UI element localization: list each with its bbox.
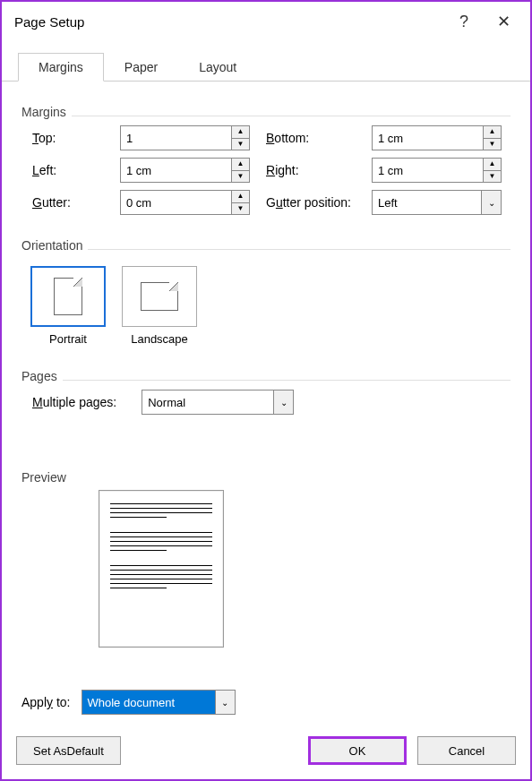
- chevron-down-icon[interactable]: ⌄: [273, 390, 293, 414]
- tab-layout[interactable]: Layout: [178, 53, 257, 82]
- landscape-label: Landscape: [122, 332, 197, 346]
- dialog-footer: Set As Default OK Cancel: [2, 727, 530, 779]
- gutter-spinner[interactable]: ▲ ▼: [120, 190, 250, 215]
- cancel-button[interactable]: Cancel: [417, 736, 516, 765]
- multiple-pages-dropdown[interactable]: Normal ⌄: [142, 390, 294, 415]
- gutter-position-dropdown[interactable]: Left ⌄: [372, 190, 502, 215]
- tabstrip: Margins Paper Layout: [2, 41, 530, 82]
- right-spin-up[interactable]: ▲: [484, 159, 501, 171]
- preview-section: Preview: [21, 459, 511, 660]
- orientation-landscape[interactable]: Landscape: [122, 266, 197, 346]
- orientation-section: Orientation Portrait Landscape: [21, 227, 511, 358]
- page-landscape-icon: [141, 282, 178, 311]
- top-spin-down[interactable]: ▼: [232, 139, 249, 150]
- gutter-input[interactable]: [121, 191, 231, 214]
- gutter-label: Gutter:: [32, 195, 104, 210]
- gutter-position-value: Left: [373, 191, 481, 214]
- right-label: Right:: [266, 163, 356, 177]
- gutter-spin-down[interactable]: ▼: [232, 203, 249, 215]
- top-label: Top:: [32, 131, 104, 145]
- window-title: Page Setup: [14, 14, 444, 30]
- right-spinner[interactable]: ▲ ▼: [372, 158, 502, 183]
- tab-content: Margins Top: ▲ ▼ Bottom: ▲ ▼: [2, 82, 530, 727]
- preview-page-icon: [99, 490, 224, 648]
- chevron-down-icon[interactable]: ⌄: [215, 691, 235, 714]
- portrait-label: Portrait: [30, 332, 106, 346]
- apply-to-label: Apply to:: [21, 695, 71, 709]
- apply-to-value: Whole document: [82, 691, 215, 714]
- portrait-icon-box: [30, 266, 106, 327]
- bottom-spin-down[interactable]: ▼: [484, 139, 501, 150]
- close-button[interactable]: ✕: [484, 4, 523, 39]
- gutter-spin-up[interactable]: ▲: [232, 191, 249, 203]
- top-spinner[interactable]: ▲ ▼: [120, 125, 250, 150]
- tab-margins[interactable]: Margins: [18, 53, 104, 82]
- pages-heading: Pages: [21, 369, 63, 383]
- left-input[interactable]: [121, 159, 231, 182]
- margins-heading: Margins: [21, 105, 72, 119]
- landscape-icon-box: [122, 266, 197, 327]
- right-input[interactable]: [373, 159, 483, 182]
- tab-paper[interactable]: Paper: [104, 53, 178, 82]
- bottom-label: Bottom:: [266, 131, 356, 145]
- multiple-pages-label: Multiple pages:: [32, 395, 116, 409]
- titlebar: Page Setup ? ✕: [2, 2, 530, 41]
- top-spin-up[interactable]: ▲: [232, 126, 249, 139]
- page-portrait-icon: [54, 278, 82, 315]
- orientation-heading: Orientation: [21, 238, 88, 253]
- bottom-spin-up[interactable]: ▲: [484, 126, 501, 139]
- multiple-pages-value: Normal: [142, 390, 273, 414]
- apply-to-dropdown[interactable]: Whole document ⌄: [82, 690, 236, 715]
- right-spin-down[interactable]: ▼: [484, 171, 501, 183]
- ok-button[interactable]: OK: [308, 736, 407, 765]
- set-as-default-button[interactable]: Set As Default: [16, 736, 121, 765]
- page-setup-dialog: Page Setup ? ✕ Margins Paper Layout Marg…: [0, 0, 532, 781]
- help-button[interactable]: ?: [444, 4, 484, 39]
- gutter-position-label: Gutter position:: [266, 195, 356, 210]
- bottom-input[interactable]: [373, 126, 483, 150]
- left-label: Left:: [32, 163, 104, 177]
- left-spin-down[interactable]: ▼: [232, 171, 249, 183]
- orientation-portrait[interactable]: Portrait: [30, 266, 106, 346]
- chevron-down-icon[interactable]: ⌄: [481, 191, 501, 214]
- pages-section: Pages Multiple pages: Normal ⌄: [21, 358, 511, 427]
- left-spin-up[interactable]: ▲: [232, 159, 249, 171]
- bottom-spinner[interactable]: ▲ ▼: [372, 125, 502, 150]
- left-spinner[interactable]: ▲ ▼: [120, 158, 250, 183]
- preview-heading: Preview: [21, 470, 72, 485]
- apply-to-row: Apply to: Whole document ⌄: [21, 682, 511, 715]
- top-input[interactable]: [121, 126, 231, 150]
- margins-section: Margins Top: ▲ ▼ Bottom: ▲ ▼: [21, 94, 511, 227]
